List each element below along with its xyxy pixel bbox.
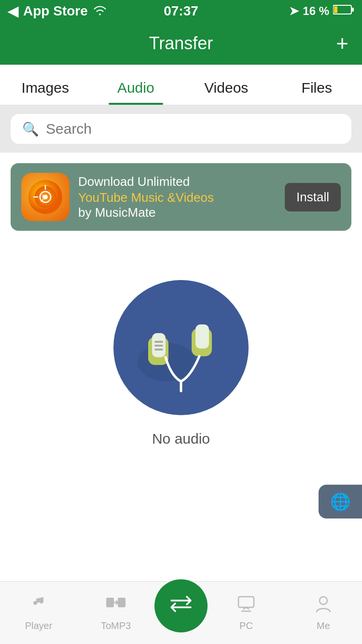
pc-icon <box>237 595 256 617</box>
tomp3-label: ToMP3 <box>101 620 131 631</box>
tabbar-item-transfer[interactable] <box>154 579 208 632</box>
ad-by: by MusicMate <box>78 205 276 220</box>
tabbar-item-me[interactable]: Me <box>285 595 362 631</box>
tabbar-item-tomp3[interactable]: ToMP3 <box>77 595 154 631</box>
search-input[interactable] <box>46 121 340 137</box>
svg-rect-22 <box>106 598 114 607</box>
status-time: 07:37 <box>164 3 198 19</box>
install-button[interactable]: Install <box>285 183 341 211</box>
globe-button[interactable]: 🌐 <box>319 485 362 518</box>
empty-label: No audio <box>152 431 210 447</box>
ad-text: Download Unlimited YouTube Music &Videos… <box>78 174 276 220</box>
transfer-icon <box>167 594 195 618</box>
search-box: 🔍 <box>11 114 351 144</box>
svg-text:♪: ♪ <box>40 190 46 205</box>
svg-rect-23 <box>118 598 125 607</box>
me-icon <box>315 595 332 617</box>
tab-images[interactable]: Images <box>0 80 91 105</box>
tomp3-icon <box>105 595 126 617</box>
tab-bar: Player ToMP3 PC <box>0 581 362 644</box>
nav-title: Transfer <box>149 33 213 54</box>
svg-rect-2 <box>334 6 337 13</box>
status-bar: ◀ App Store 07:37 ➤ 16 % <box>0 0 362 22</box>
tab-audio[interactable]: Audio <box>91 80 181 105</box>
tabbar-item-player[interactable]: Player <box>0 595 77 631</box>
search-container: 🔍 <box>0 105 362 153</box>
battery-percent: 16 % <box>303 4 329 18</box>
ad-banner: ♪ Download Unlimited YouTube Music &Vide… <box>11 163 351 231</box>
app-store-label: App Store <box>23 3 88 19</box>
empty-icon-circle <box>113 280 249 415</box>
status-left: ◀ App Store <box>8 3 107 19</box>
svg-rect-14 <box>195 324 209 349</box>
me-label: Me <box>317 620 330 631</box>
player-icon <box>29 595 48 617</box>
battery-icon <box>333 4 354 18</box>
player-label: Player <box>25 620 53 631</box>
ad-subtitle: YouTube Music &Videos <box>78 190 276 205</box>
tab-videos[interactable]: Videos <box>181 80 272 105</box>
search-icon: 🔍 <box>22 121 39 137</box>
svg-rect-24 <box>238 597 254 607</box>
nav-bar: Transfer + <box>0 22 362 65</box>
svg-rect-1 <box>351 8 354 12</box>
svg-rect-16 <box>154 345 163 347</box>
pc-label: PC <box>239 620 253 631</box>
empty-state: No audio <box>0 241 362 466</box>
svg-rect-15 <box>154 341 163 343</box>
tabbar-item-pc[interactable]: PC <box>208 595 285 631</box>
ad-app-icon: ♪ <box>21 173 70 221</box>
svg-rect-17 <box>154 349 163 350</box>
location-icon: ➤ <box>289 4 299 18</box>
add-button[interactable]: + <box>336 33 348 54</box>
tab-files[interactable]: Files <box>272 80 362 105</box>
status-right: ➤ 16 % <box>289 4 354 18</box>
ad-title: Download Unlimited <box>78 174 276 190</box>
content-tabs: Images Audio Videos Files <box>0 65 362 105</box>
wifi-icon <box>93 3 107 19</box>
back-arrow-icon: ◀ <box>8 3 18 19</box>
svg-point-26 <box>320 597 327 604</box>
